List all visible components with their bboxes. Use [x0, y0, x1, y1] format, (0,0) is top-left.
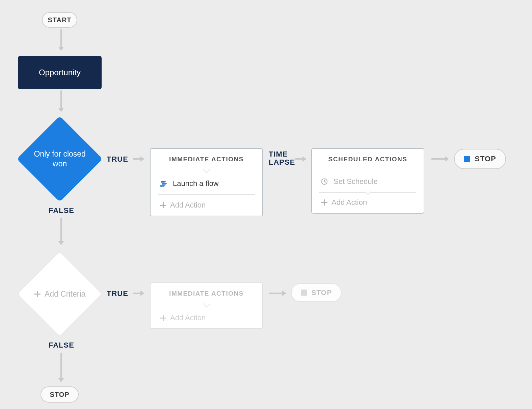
criteria2-true-label: TRUE — [107, 289, 128, 298]
plus-icon — [34, 290, 41, 298]
arrow-criteria2-down — [58, 353, 64, 382]
action-launch-flow-label: Launch a flow — [173, 179, 219, 188]
stop-node-1[interactable]: STOP — [454, 149, 506, 169]
scheduled-actions-panel: SCHEDULED ACTIONS Set Schedule Add Actio… — [311, 148, 424, 214]
immediate-actions-title-1: IMMEDIATE ACTIONS — [151, 149, 262, 169]
plus-icon — [159, 314, 167, 322]
arrow-object-to-criteria1 — [58, 90, 64, 112]
add-action-1[interactable]: Add Action — [151, 195, 262, 216]
stop-label: STOP — [312, 289, 332, 297]
clock-icon — [321, 178, 328, 185]
stop-icon — [464, 156, 470, 162]
arrow-scheduled-to-stop — [431, 156, 449, 162]
arrow-criteria1-to-immediate — [133, 156, 144, 162]
plus-icon — [321, 199, 328, 206]
criteria1-true-label: TRUE — [107, 155, 128, 164]
plus-icon — [159, 201, 167, 209]
immediate-actions-panel-1: IMMEDIATE ACTIONS Launch a flow Add Acti… — [150, 148, 263, 216]
criteria-node-1[interactable]: Only for closed won — [17, 116, 103, 202]
add-action-label: Add Action — [170, 313, 206, 322]
action-launch-flow[interactable]: Launch a flow — [151, 173, 262, 194]
criteria-node-2[interactable]: Add Criteria — [17, 251, 103, 337]
scheduled-actions-title: SCHEDULED ACTIONS — [312, 149, 424, 169]
start-label: START — [48, 16, 71, 24]
add-action-label: Add Action — [170, 201, 206, 210]
stop-icon — [301, 290, 307, 296]
set-schedule-label: Set Schedule — [334, 177, 378, 186]
criteria1-false-label: FALSE — [49, 206, 74, 215]
immediate-actions-panel-2: IMMEDIATE ACTIONS Add Action — [150, 282, 263, 329]
add-action-label: Add Action — [331, 198, 367, 207]
stop-label: STOP — [475, 155, 496, 163]
object-node[interactable]: Opportunity — [18, 56, 102, 89]
immediate-actions-title-2: IMMEDIATE ACTIONS — [151, 283, 262, 303]
arrow-immediate2-to-stop — [269, 291, 286, 296]
object-label: Opportunity — [39, 68, 81, 77]
arrow-start-to-object — [58, 29, 64, 51]
criteria-2-label: Add Criteria — [45, 290, 85, 299]
add-action-2[interactable]: Add Action — [151, 307, 262, 328]
arrow-criteria1-down — [58, 218, 64, 245]
flow-icon — [159, 180, 167, 188]
stop-node-3: STOP — [41, 386, 79, 403]
stop-label: STOP — [50, 391, 69, 399]
time-lapse-label: TIME LAPSE — [269, 150, 295, 166]
criteria-1-label: Only for closed won — [34, 149, 85, 168]
start-node: START — [42, 12, 77, 28]
stop-node-2[interactable]: STOP — [291, 283, 342, 302]
process-builder-canvas: START Opportunity Only for closed won FA… — [0, 0, 532, 409]
criteria2-false-label: FALSE — [49, 341, 74, 350]
arrow-immediate-to-scheduled — [295, 156, 307, 162]
arrow-criteria2-to-immediate — [133, 291, 144, 296]
